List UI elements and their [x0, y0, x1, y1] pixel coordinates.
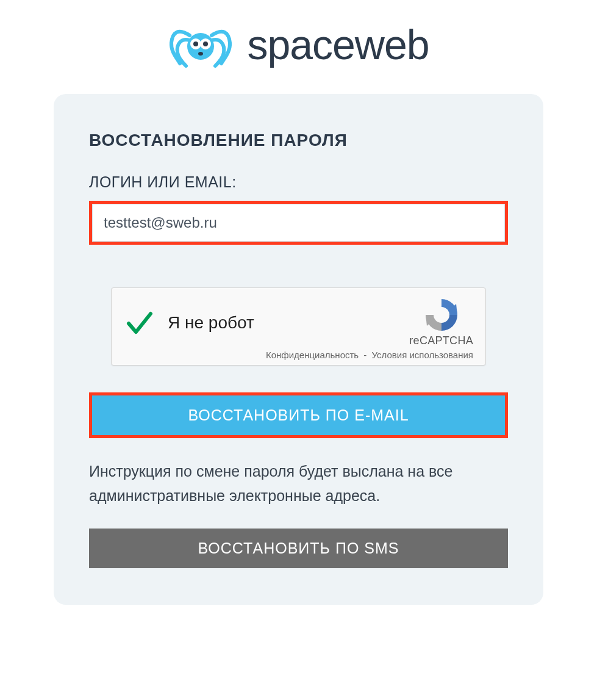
recaptcha-terms-link[interactable]: Условия использования — [372, 350, 474, 360]
page-title: ВОССТАНОВЛЕНИЕ ПАРОЛЯ — [89, 131, 508, 150]
captcha-label: Я не робот — [168, 313, 396, 333]
svg-point-4 — [203, 41, 208, 46]
recover-email-highlight: ВОССТАНОВИТЬ ПО E-MAIL — [89, 392, 508, 438]
checkmark-icon — [124, 308, 154, 338]
info-text: Инструкция по смене пароля будет выслана… — [89, 459, 508, 508]
svg-point-5 — [198, 52, 203, 56]
spider-logo-icon — [168, 20, 234, 70]
brand-header: spaceweb — [0, 0, 597, 94]
login-input-highlight — [89, 201, 508, 245]
recaptcha-logo: reCAPTCHA — [409, 298, 473, 347]
separator: - — [363, 350, 366, 360]
recaptcha-icon — [423, 298, 460, 332]
login-label: ЛОГИН ИЛИ EMAIL: — [89, 173, 508, 191]
login-input[interactable] — [92, 204, 505, 242]
recaptcha-links: Конфиденциальность - Условия использован… — [124, 350, 473, 360]
brand-name: spaceweb — [247, 21, 429, 68]
recover-by-email-button[interactable]: ВОССТАНОВИТЬ ПО E-MAIL — [92, 395, 505, 435]
recaptcha-widget[interactable]: Я не робот reCAPTCHA Конфид — [111, 287, 486, 366]
recaptcha-brand: reCAPTCHA — [409, 334, 473, 347]
recaptcha-privacy-link[interactable]: Конфиденциальность — [266, 350, 359, 360]
captcha-container: Я не робот reCAPTCHA Конфид — [89, 287, 508, 366]
recover-by-sms-button[interactable]: ВОССТАНОВИТЬ ПО SMS — [89, 529, 508, 568]
password-recovery-card: ВОССТАНОВЛЕНИЕ ПАРОЛЯ ЛОГИН ИЛИ EMAIL: Я… — [54, 94, 543, 605]
svg-point-3 — [193, 41, 198, 46]
